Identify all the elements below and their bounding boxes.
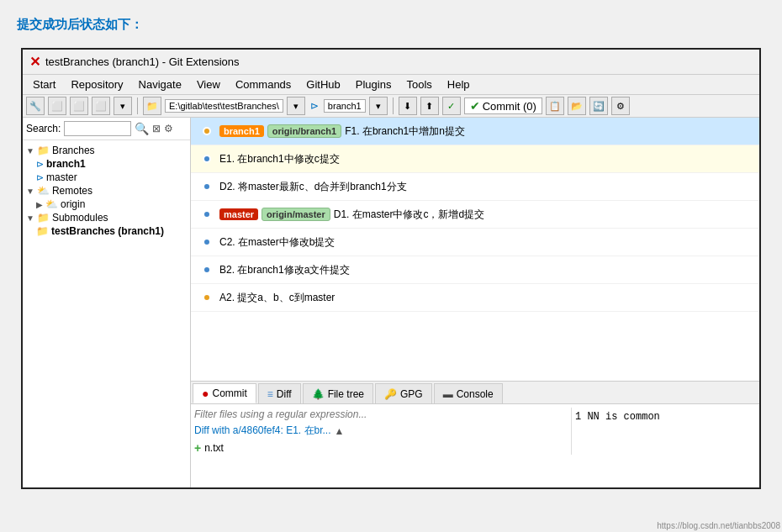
left-panel: Search: 🔍 ⊠ ⚙ ▼ 📁 Branches ⊳ branch1: [23, 118, 191, 487]
commit-row-f1[interactable]: branch1 origin/branch1 F1. 在branch1中增加n提…: [191, 118, 759, 145]
commit-row-e1[interactable]: E1. 在branch1中修改c提交: [191, 145, 759, 173]
toolbar-btn-extra1[interactable]: 📋: [546, 97, 564, 115]
menu-tools[interactable]: Tools: [399, 76, 438, 92]
bottom-tabs: ● Commit ≡ Diff 🌲 File tree 🔑 GPG: [191, 381, 759, 487]
toolbar-btn-2[interactable]: ⬜: [48, 97, 66, 115]
commit-graph: branch1 origin/branch1 F1. 在branch1中增加n提…: [191, 118, 759, 381]
graph-dot-f1: [194, 119, 219, 143]
menu-navigate[interactable]: Navigate: [132, 76, 188, 92]
tab-diff-label: Diff: [277, 388, 292, 400]
tab-console[interactable]: ▬ Console: [434, 383, 503, 403]
testbranches-submodule-item[interactable]: 📁 testBranches (branch1): [33, 224, 190, 238]
toolbar-check[interactable]: ✓: [442, 97, 461, 115]
graph-dot-b2: [194, 258, 219, 282]
tree-view: ▼ 📁 Branches ⊳ branch1 ⊳ master ▼ ⛅ Remo…: [23, 140, 190, 241]
submodules-label: Submodules: [52, 212, 108, 224]
commit-row-d1[interactable]: master origin/master D1. 在master中修改c，新增d…: [191, 201, 759, 229]
tag-master: master: [219, 208, 258, 220]
window-title: testBranches (branch1) - Git Extensions: [45, 55, 240, 68]
remotes-group[interactable]: ▼ ⛅ Remotes: [23, 184, 190, 198]
submodules-expand-icon: ▼: [26, 213, 34, 223]
submodules-folder-icon: 📁: [37, 212, 50, 224]
search-clear-icon[interactable]: ⊠: [152, 123, 161, 134]
toolbar-btn-1[interactable]: 🔧: [26, 97, 45, 115]
app-icon: ✕: [29, 54, 40, 70]
toolbar-btn-3[interactable]: ⬜: [70, 97, 88, 115]
toolbar-fetch[interactable]: ⬇: [399, 97, 417, 115]
commit-msg-c2: C2. 在master中修改b提交: [219, 235, 335, 250]
branches-group[interactable]: ▼ 📁 Branches: [23, 144, 190, 157]
search-icon[interactable]: 🔍: [135, 122, 149, 135]
right-panel: branch1 origin/branch1 F1. 在branch1中增加n提…: [191, 118, 759, 487]
menu-github[interactable]: GitHub: [299, 76, 346, 92]
commit-row-b2[interactable]: B2. 在branch1修改a文件提交: [191, 256, 759, 284]
menu-commands[interactable]: Commands: [229, 76, 298, 92]
graph-dot-d2: [194, 175, 219, 198]
tab-commit[interactable]: ● Commit: [193, 383, 256, 403]
commit-row-d2[interactable]: D2. 将master最新c、d合并到branch1分支: [191, 173, 759, 201]
tab-commit-label: Commit: [212, 387, 246, 399]
menu-start[interactable]: Start: [26, 76, 62, 92]
filter-input[interactable]: [194, 408, 413, 420]
tab-diff[interactable]: ≡ Diff: [258, 383, 301, 403]
bottom-content: Diff with a/4860fef4: E1. 在br... ▲ + n.t…: [191, 403, 759, 487]
origin-item[interactable]: ▶ ⛅ origin: [33, 198, 190, 211]
origin-label: origin: [61, 198, 85, 210]
toolbar-dropdown[interactable]: ▾: [114, 97, 132, 115]
testbranches-submodule-label: testBranches (branch1): [51, 225, 164, 237]
toolbar-btn-4[interactable]: ⬜: [92, 97, 110, 115]
branches-folder-icon: 📁: [37, 145, 50, 156]
git-window: ✕ testBranches (branch1) - Git Extension…: [21, 48, 761, 489]
toolbar-folder[interactable]: 📁: [143, 97, 161, 115]
tab-console-label: Console: [457, 388, 494, 400]
remotes-label: Remotes: [52, 185, 92, 197]
remotes-icon: ⛅: [37, 185, 50, 197]
diff-link[interactable]: Diff with a/4860fef4: E1. 在br... ▲: [194, 424, 571, 438]
toolbar-btn-extra4[interactable]: ⚙: [611, 97, 630, 115]
diff-preview: 1 NN is common: [571, 408, 756, 455]
commit-button[interactable]: ✔ Commit (0): [464, 97, 542, 114]
gpg-tab-icon: 🔑: [384, 388, 397, 400]
tab-filetree-label: File tree: [328, 388, 364, 400]
diff-link-text: Diff with a/4860fef4: E1. 在br...: [194, 424, 331, 438]
search-input[interactable]: [64, 121, 131, 136]
master-item[interactable]: ⊳ master: [33, 171, 190, 184]
toolbar-branch-dropdown[interactable]: ▾: [369, 97, 388, 115]
branch1-icon: ⊳: [36, 159, 44, 170]
commit-row-c2[interactable]: C2. 在master中修改b提交: [191, 229, 759, 256]
graph-dot-d1: [194, 203, 219, 226]
toolbar-sep-2: [393, 97, 394, 114]
commit-row-a2[interactable]: A2. 提交a、b、c到master: [191, 284, 759, 312]
origin-expand-icon: ▶: [36, 200, 43, 209]
bottom-right: Diff with a/4860fef4: E1. 在br... ▲ + n.t…: [194, 408, 756, 455]
toolbar-push[interactable]: ⬆: [420, 97, 439, 115]
commit-msg-e1: E1. 在branch1中修改c提交: [219, 152, 340, 166]
commit-msg-d2: D2. 将master最新c、d合并到branch1分支: [219, 180, 407, 194]
search-options-icon[interactable]: ⚙: [164, 123, 173, 134]
file-entry[interactable]: + n.txt: [194, 441, 571, 455]
diff-expand-icon[interactable]: ▲: [335, 425, 345, 437]
toolbar-sep-1: [137, 97, 138, 114]
toolbar-btn-extra2[interactable]: 📂: [568, 97, 586, 115]
main-content: Search: 🔍 ⊠ ⚙ ▼ 📁 Branches ⊳ branch1: [23, 118, 759, 487]
menu-plugins[interactable]: Plugins: [349, 76, 399, 92]
file-name: n.txt: [204, 442, 224, 454]
page-header: 提交成功后状态如下：: [17, 17, 765, 33]
branch1-item[interactable]: ⊳ branch1: [33, 157, 190, 171]
submodules-group[interactable]: ▼ 📁 Submodules: [23, 211, 190, 224]
commit-msg-d1: D1. 在master中修改c，新增d提交: [334, 208, 484, 222]
graph-dot-a2: [194, 286, 219, 309]
toolbar-path-dropdown[interactable]: ▾: [287, 97, 305, 115]
graph-dot-e1: [194, 147, 219, 171]
bottom-left-content: Diff with a/4860fef4: E1. 在br... ▲ + n.t…: [194, 408, 571, 455]
tab-filetree[interactable]: 🌲 File tree: [303, 383, 373, 403]
tag-origin-master: origin/master: [262, 208, 330, 221]
tab-gpg[interactable]: 🔑 GPG: [375, 383, 432, 403]
toolbar-btn-extra3[interactable]: 🔄: [589, 97, 608, 115]
menu-view[interactable]: View: [190, 76, 227, 92]
menu-repository[interactable]: Repository: [64, 76, 129, 92]
diff-tab-icon: ≡: [267, 388, 273, 400]
menu-help[interactable]: Help: [441, 76, 477, 92]
search-label: Search:: [26, 123, 61, 134]
branch1-label: branch1: [46, 158, 86, 170]
